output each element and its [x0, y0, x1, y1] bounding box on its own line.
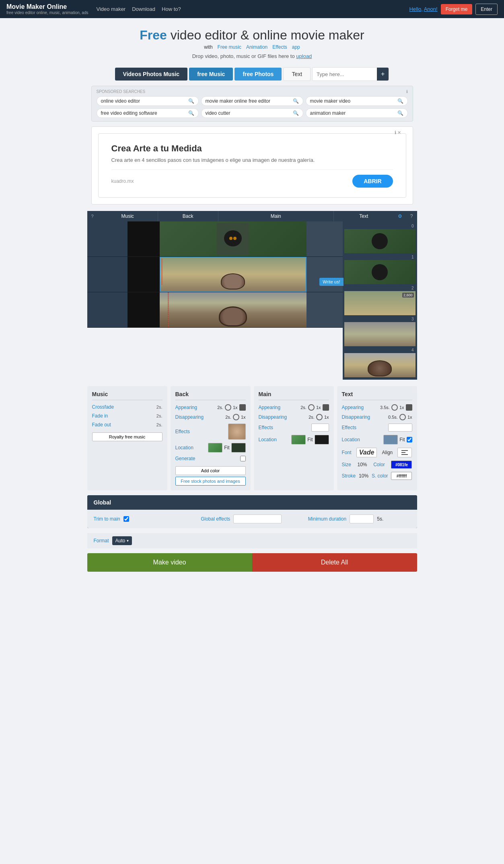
help-icon-right[interactable]: ? [406, 211, 417, 221]
crossfade-value: 2s. [156, 405, 163, 409]
back-effects-row: Effects [175, 424, 246, 440]
sponsored-item[interactable]: online video editor 🔍 [97, 96, 199, 106]
nav-how-to[interactable]: How to? [162, 6, 181, 12]
delete-all-button[interactable]: Delete All [252, 553, 417, 572]
greeting: Hello, Anon! [409, 6, 437, 12]
hero-section: Free video editor & online movie maker w… [0, 18, 504, 62]
back-free-photos-button[interactable]: Free stock photos and images [175, 477, 246, 486]
text-effects-label: Effects [342, 425, 356, 430]
back-disappearing-x: 1x [241, 415, 246, 420]
editor-body: Write us! 0 1 2 2,600 3 [87, 221, 417, 380]
main-appearing-x: 1x [316, 405, 321, 410]
back-generate-label: Generate [175, 456, 195, 461]
min-duration-input[interactable] [350, 515, 374, 523]
main-fit-thumb[interactable] [315, 435, 329, 444]
svg-rect-6 [401, 450, 408, 451]
hero-link-effects[interactable]: Effects [272, 44, 287, 50]
tab-text[interactable]: Text [283, 67, 311, 81]
tab-videos-photos-music[interactable]: Videos Photos Music [115, 68, 188, 81]
main-track-video[interactable] [160, 221, 307, 256]
main-effects-input[interactable] [311, 424, 329, 432]
svg-point-1 [224, 230, 242, 246]
text-fit-checkbox[interactable] [407, 437, 412, 442]
track-back-label: Back [158, 211, 218, 221]
text-size-row: Size 10% Color #081fe [342, 461, 412, 469]
search-plus-button[interactable]: + [377, 68, 389, 81]
min-duration-val: 5s. [377, 516, 383, 522]
back-panel-title: Back [175, 391, 246, 400]
search-icon: 🔍 [293, 98, 299, 104]
sponsored-item[interactable]: video cutter 🔍 [201, 108, 303, 118]
main-location-thumb[interactable] [291, 435, 306, 444]
min-duration-label: Minimum duration [308, 516, 346, 522]
format-select[interactable]: Auto [112, 536, 132, 545]
hero-link-animation[interactable]: Animation [246, 44, 267, 50]
text-font-display[interactable]: Vade [356, 448, 377, 457]
help-icon-left[interactable]: ? [87, 211, 98, 221]
hero-links: with Free music Animation Effects app [6, 44, 498, 50]
sponsored-item[interactable]: free video editing software 🔍 [97, 108, 199, 118]
text-align-button[interactable] [397, 448, 412, 457]
text-appearing-icon[interactable] [391, 404, 398, 411]
sponsored-item[interactable]: movie maker video 🔍 [306, 96, 408, 106]
svg-point-2 [228, 233, 231, 237]
forget-me-button[interactable]: Forget me [441, 4, 473, 14]
back-appearing-val: 2s. [217, 405, 223, 410]
back-generate-checkbox[interactable] [240, 456, 246, 461]
music-crossfade-row: Crossfade 2s. [92, 404, 163, 410]
main-disappearing-icon[interactable] [316, 414, 323, 420]
track-main-label: Main [218, 211, 334, 221]
text-stroke-color-swatch[interactable]: #ffffff [391, 472, 412, 480]
back-disappearing-icon[interactable] [233, 414, 239, 420]
global-panel: Global Trim to main Global effects Minim… [87, 495, 417, 528]
sponsored-item[interactable]: animation maker 🔍 [306, 108, 408, 118]
back-effects-thumb[interactable] [228, 424, 246, 440]
main-track-video-3[interactable] [160, 292, 307, 327]
main-appearing-color [323, 404, 329, 411]
back-location-thumb[interactable] [208, 443, 222, 453]
back-fit-thumb[interactable] [231, 443, 246, 453]
hero-link-music[interactable]: Free music [218, 44, 241, 50]
crossfade-label: Crossfade [92, 404, 114, 410]
royalty-free-music-button[interactable]: Royalty free music [92, 432, 163, 441]
back-appearing-icon[interactable] [225, 404, 231, 411]
text-effects-input[interactable] [388, 424, 412, 432]
text-color-swatch[interactable]: #081fe [391, 461, 412, 469]
trim-to-main-checkbox[interactable] [123, 516, 129, 522]
enter-button[interactable]: Enter [475, 4, 498, 15]
timeline-thumb-4 [344, 322, 416, 346]
main-effects-label: Effects [259, 425, 273, 430]
upload-link[interactable]: upload [296, 53, 312, 59]
back-location-row: Location Fit [175, 443, 246, 453]
global-effects-input[interactable] [233, 515, 282, 523]
track-row-2 [87, 257, 343, 292]
tab-bar: Videos Photos Music free Music free Phot… [111, 67, 393, 81]
write-us-button[interactable]: Write us! [319, 278, 343, 286]
search-icon: 🔍 [397, 110, 403, 116]
text-appearing-val: 3.5s. [380, 405, 390, 410]
format-select-wrapper: Auto [112, 536, 132, 545]
hero-title: Free video editor & online movie maker [6, 28, 498, 43]
music-track-cell-3 [87, 292, 128, 327]
timeline-thumb-1 [344, 229, 416, 253]
tab-free-music[interactable]: free Music [189, 68, 233, 81]
text-appearing-color [406, 404, 412, 411]
search-icon: 🔍 [188, 110, 194, 116]
text-disappearing-icon[interactable] [399, 414, 406, 420]
nav-download[interactable]: Download [132, 6, 155, 12]
header-right: Hello, Anon! Forget me Enter [409, 4, 498, 15]
ad-cta-button[interactable]: ABRIR [352, 175, 393, 188]
nav-video-maker[interactable]: Video maker [96, 6, 125, 12]
settings-icon[interactable]: ⚙ [394, 211, 406, 221]
make-video-button[interactable]: Make video [87, 553, 252, 572]
tab-free-photos[interactable]: free Photos [235, 68, 282, 81]
timeline-label-0: 0 [344, 223, 416, 229]
timeline-thumb-5 [344, 353, 416, 377]
text-location-thumb[interactable] [383, 435, 398, 444]
main-track-video-2[interactable] [160, 257, 307, 292]
sponsored-item[interactable]: movie maker online free editor 🔍 [201, 96, 303, 106]
main-appearing-icon[interactable] [308, 404, 315, 411]
hero-link-app[interactable]: app [292, 44, 300, 50]
search-input[interactable] [313, 68, 377, 80]
back-add-color-button[interactable]: Add color [175, 466, 246, 475]
